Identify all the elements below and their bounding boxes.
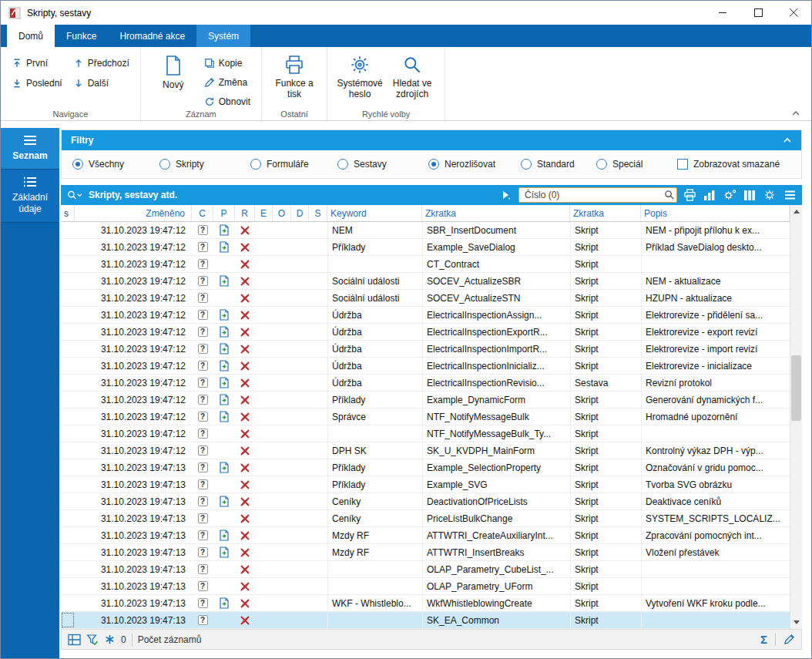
minimize-button[interactable] bbox=[705, 1, 740, 25]
tab-hromadne-akce[interactable]: Hromadné akce bbox=[108, 25, 196, 47]
radio-standard[interactable]: Standard bbox=[521, 159, 596, 170]
table-row[interactable]: 31.10.2023 19:47:13 ? Mzdy RF ATTWTRI_In… bbox=[61, 544, 790, 561]
table-row[interactable]: 31.10.2023 19:47:13 ? Příklady Example_S… bbox=[61, 476, 790, 493]
cell-row-selector[interactable] bbox=[61, 476, 75, 493]
cell-row-selector[interactable] bbox=[61, 358, 75, 374]
cell-row-selector[interactable] bbox=[61, 239, 75, 255]
column-header-o[interactable]: O bbox=[273, 205, 291, 221]
column-header-s[interactable]: s bbox=[61, 205, 75, 221]
table-menu-button[interactable] bbox=[782, 187, 797, 203]
chart-button[interactable] bbox=[702, 187, 717, 203]
cell-row-selector[interactable] bbox=[61, 544, 75, 560]
next-button[interactable]: Další bbox=[70, 76, 133, 90]
table-row[interactable]: 31.10.2023 19:47:12 ? NEM SBR_InsertDocu… bbox=[61, 222, 790, 239]
table-row[interactable]: 31.10.2023 19:47:12 ? Sociální události … bbox=[61, 273, 790, 290]
cell-row-selector[interactable] bbox=[61, 595, 75, 611]
column-header-e[interactable]: E bbox=[255, 205, 273, 221]
column-header-keyword[interactable]: Keyword bbox=[327, 205, 422, 221]
cell-row-selector[interactable] bbox=[61, 290, 75, 306]
radio-special[interactable]: Speciál bbox=[596, 159, 677, 170]
scroll-down-button[interactable] bbox=[790, 616, 802, 629]
search-icon[interactable] bbox=[664, 190, 674, 200]
table-row[interactable]: 31.10.2023 19:47:12 ? Údržba ElectricalI… bbox=[61, 358, 790, 375]
table-row[interactable]: 31.10.2023 19:47:12 ? Údržba ElectricalI… bbox=[61, 341, 790, 358]
sidebar-item-seznam[interactable]: Seznam bbox=[1, 128, 59, 170]
new-button[interactable]: Nový bbox=[149, 53, 198, 109]
table-row[interactable]: 31.10.2023 19:47:13 ? OLAP_Parametry_Cub… bbox=[61, 561, 790, 578]
search-sources-button[interactable]: Hledat ve zdrojích bbox=[388, 53, 437, 100]
column-header-c[interactable]: C bbox=[192, 205, 213, 221]
cell-row-selector[interactable] bbox=[61, 442, 75, 459]
column-header-zmeneno[interactable]: Změněno bbox=[75, 205, 192, 221]
grid-settings-button[interactable] bbox=[762, 187, 777, 203]
table-row[interactable]: 31.10.2023 19:47:12 ? Údržba ElectricalI… bbox=[61, 375, 790, 392]
cell-row-selector[interactable] bbox=[61, 307, 75, 323]
first-button[interactable]: První bbox=[8, 56, 65, 70]
cell-row-selector[interactable] bbox=[61, 510, 75, 526]
table-row[interactable]: 31.10.2023 19:47:13 ? SK_EA_Common Skrip… bbox=[61, 612, 790, 629]
cell-row-selector[interactable] bbox=[61, 409, 75, 425]
column-header-zkratka2[interactable]: Zkratka bbox=[570, 205, 641, 221]
table-row[interactable]: 31.10.2023 19:47:12 ? DPH SK SK_U_KVDPH_… bbox=[61, 442, 790, 459]
ribbon-collapse-button[interactable] bbox=[791, 110, 800, 116]
system-password-button[interactable]: Systémové heslo bbox=[335, 53, 384, 100]
cell-row-selector[interactable] bbox=[61, 561, 75, 577]
table-row[interactable]: 31.10.2023 19:47:13 ? OLAP_Parametry_UFo… bbox=[61, 578, 790, 595]
radio-vsechny[interactable]: Všechny bbox=[72, 159, 159, 170]
checkbox-zobrazovat-smazane[interactable]: Zobrazovat smazané bbox=[677, 159, 780, 170]
scroll-up-button[interactable] bbox=[790, 205, 802, 218]
cell-row-selector[interactable] bbox=[61, 375, 75, 391]
filters-collapse-button[interactable] bbox=[783, 137, 792, 143]
column-header-zkratka[interactable]: Zkratka bbox=[422, 205, 570, 221]
column-header-d[interactable]: D bbox=[291, 205, 309, 221]
column-header-s2[interactable]: S bbox=[309, 205, 327, 221]
cell-row-selector[interactable] bbox=[61, 425, 75, 442]
table-row[interactable]: 31.10.2023 19:47:12 ? Údržba ElectricalI… bbox=[61, 307, 790, 324]
previous-button[interactable]: Předchozí bbox=[70, 56, 133, 70]
cell-row-selector[interactable] bbox=[61, 392, 75, 408]
cell-row-selector[interactable] bbox=[61, 578, 75, 594]
edit-button[interactable] bbox=[783, 634, 795, 645]
table-row[interactable]: 31.10.2023 19:47:13 ? Příklady Example_S… bbox=[61, 459, 790, 476]
table-row[interactable]: 31.10.2023 19:47:12 ? Správce NTF_Notify… bbox=[61, 409, 790, 425]
table-row[interactable]: 31.10.2023 19:47:12 ? NTF_NotifyMessageB… bbox=[61, 425, 790, 442]
search-menu-button[interactable] bbox=[67, 187, 82, 203]
radio-sestavy[interactable]: Sestavy bbox=[337, 159, 428, 170]
refresh-button[interactable]: Obnovit bbox=[201, 95, 253, 109]
radio-formulare[interactable]: Formuláře bbox=[250, 159, 337, 170]
table-row[interactable]: 31.10.2023 19:47:12 ? Údržba ElectricalI… bbox=[61, 324, 790, 341]
column-header-r[interactable]: R bbox=[235, 205, 255, 221]
cell-row-selector[interactable] bbox=[61, 527, 75, 543]
table-row[interactable]: 31.10.2023 19:47:13 ? Ceníky PriceListBu… bbox=[61, 510, 790, 527]
change-button[interactable]: Změna bbox=[201, 76, 253, 89]
tab-domu[interactable]: Domů bbox=[7, 25, 55, 47]
cell-row-selector[interactable] bbox=[61, 612, 75, 628]
table-row[interactable]: 31.10.2023 19:47:13 ? WKF - Whistleblo..… bbox=[61, 595, 790, 612]
cell-row-selector[interactable] bbox=[61, 459, 75, 476]
cell-row-selector[interactable] bbox=[61, 324, 75, 340]
print-functions-button[interactable]: Funkce a tisk bbox=[270, 53, 319, 100]
table-row[interactable]: 31.10.2023 19:47:12 ? Sociální události … bbox=[61, 290, 790, 307]
last-button[interactable]: Poslední bbox=[8, 76, 65, 90]
asterisk-button[interactable] bbox=[104, 634, 116, 645]
tab-funkce[interactable]: Funkce bbox=[55, 25, 108, 47]
automation-button[interactable] bbox=[722, 187, 737, 203]
maximize-button[interactable] bbox=[740, 1, 776, 25]
radio-nerozlisovat[interactable]: Nerozlišovat bbox=[428, 159, 521, 170]
grid-view-button[interactable] bbox=[68, 634, 81, 646]
table-row[interactable]: 31.10.2023 19:47:13 ? Mzdy RF ATTWTRI_Cr… bbox=[61, 527, 790, 544]
close-button[interactable] bbox=[776, 1, 811, 25]
cell-row-selector[interactable] bbox=[61, 256, 75, 272]
play-button[interactable] bbox=[498, 187, 514, 203]
table-row[interactable]: 31.10.2023 19:47:12 ? Příklady Example_S… bbox=[61, 239, 790, 256]
column-header-popis[interactable]: Popis bbox=[641, 205, 790, 221]
search-input[interactable] bbox=[518, 187, 677, 203]
print-button[interactable] bbox=[682, 187, 697, 203]
scroll-thumb[interactable] bbox=[791, 355, 801, 421]
sidebar-item-zakladni-udaje[interactable]: Základní údaje bbox=[1, 170, 59, 223]
vertical-scrollbar[interactable] bbox=[790, 205, 802, 629]
cell-row-selector[interactable] bbox=[61, 493, 75, 509]
copy-button[interactable]: Kopie bbox=[201, 56, 253, 70]
columns-button[interactable] bbox=[742, 187, 757, 203]
table-row[interactable]: 31.10.2023 19:47:13 ? Ceníky Deactivatio… bbox=[61, 493, 790, 510]
